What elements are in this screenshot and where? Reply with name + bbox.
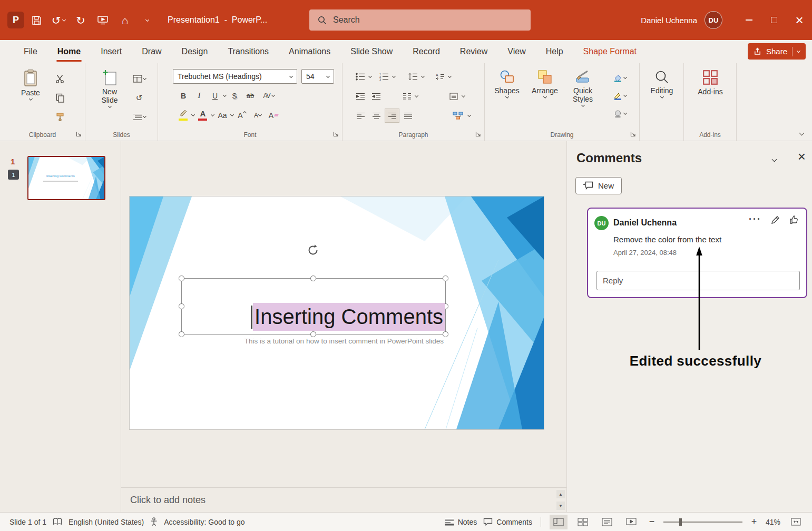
new-comment-button[interactable]: New <box>575 177 622 194</box>
like-comment-button[interactable] <box>789 215 799 224</box>
more-actions-button[interactable]: ··· <box>749 218 761 221</box>
resize-handle-top-right[interactable] <box>443 276 448 281</box>
cut-button[interactable] <box>53 72 67 86</box>
align-right-button[interactable] <box>385 109 399 123</box>
line-spacing-button[interactable] <box>406 70 420 84</box>
tab-view[interactable]: View <box>500 40 533 63</box>
zoom-slider-thumb[interactable] <box>679 518 682 526</box>
tab-transitions[interactable]: Transitions <box>220 40 277 63</box>
home-button[interactable]: ⌂ <box>115 9 135 31</box>
tab-shape-format[interactable]: Shape Format <box>575 40 644 63</box>
resize-handle-top-middle[interactable] <box>310 276 316 281</box>
layout-button[interactable] <box>132 72 146 86</box>
align-left-button[interactable] <box>353 109 368 123</box>
editing-button[interactable]: Editing <box>646 69 678 98</box>
underline-button[interactable]: U <box>208 88 222 103</box>
shape-fill-button[interactable] <box>608 71 631 85</box>
increase-font-size-button[interactable]: A <box>234 108 249 122</box>
font-size-select[interactable]: 54 <box>301 69 334 84</box>
character-spacing-button[interactable]: AV <box>259 88 279 103</box>
user-avatar[interactable]: DU <box>705 11 722 29</box>
clipboard-dialog-launcher[interactable] <box>75 130 83 138</box>
chevron-down-icon[interactable] <box>223 93 227 97</box>
align-center-button[interactable] <box>369 109 384 123</box>
columns-button[interactable] <box>399 89 414 103</box>
decrease-font-size-button[interactable]: A <box>250 108 265 122</box>
collapse-ribbon-button[interactable] <box>800 129 804 136</box>
save-button[interactable] <box>26 9 46 31</box>
slideshow-view-button[interactable] <box>622 515 640 529</box>
slide-thumbnail[interactable]: Inserting Comments <box>27 156 105 200</box>
zoom-in-button[interactable]: + <box>749 516 759 527</box>
resize-handle-bottom-middle[interactable] <box>310 331 316 337</box>
edit-comment-button[interactable] <box>771 215 780 224</box>
tab-design[interactable]: Design <box>174 40 216 63</box>
tab-insert[interactable]: Insert <box>93 40 130 63</box>
text-highlight-color-button[interactable] <box>176 108 191 122</box>
resize-handle-bottom-left[interactable] <box>179 331 184 337</box>
fit-slide-to-window-button[interactable] <box>787 515 805 529</box>
language-indicator[interactable]: English (United States) <box>69 518 144 526</box>
decrease-indent-button[interactable] <box>353 89 368 103</box>
customize-toolbar-button[interactable] <box>137 9 157 31</box>
drawing-dialog-launcher[interactable] <box>629 130 637 138</box>
resize-handle-middle-left[interactable] <box>179 303 184 309</box>
slide-indicator[interactable]: Slide 1 of 1 <box>9 518 46 526</box>
reading-view-button[interactable] <box>598 515 616 529</box>
copy-button[interactable] <box>53 91 67 105</box>
zoom-out-button[interactable]: − <box>647 516 657 527</box>
increase-indent-button[interactable] <box>369 89 384 103</box>
italic-button[interactable]: I <box>192 88 207 103</box>
normal-view-button[interactable] <box>550 515 568 529</box>
accessibility-icon[interactable] <box>150 517 158 526</box>
tab-home[interactable]: Home <box>50 40 89 63</box>
tab-slide-show[interactable]: Slide Show <box>343 40 400 63</box>
notes-toggle-button[interactable]: Notes <box>445 518 477 526</box>
slide-editor[interactable]: Inserting Comments This is a tutorial on… <box>130 196 544 429</box>
justify-button[interactable] <box>400 109 415 123</box>
addins-button[interactable]: Add-ins <box>694 69 726 96</box>
reset-button[interactable]: ↺ <box>132 91 146 105</box>
tab-file[interactable]: File <box>16 40 45 63</box>
format-painter-button[interactable] <box>53 110 67 124</box>
tab-record[interactable]: Record <box>405 40 448 63</box>
slide-title-text[interactable]: Inserting Comments <box>251 303 445 331</box>
tab-help[interactable]: Help <box>538 40 571 63</box>
scroll-down-button[interactable]: ▼ <box>556 502 565 510</box>
collapse-comments-button[interactable] <box>772 155 776 163</box>
tab-animations[interactable]: Animations <box>281 40 338 63</box>
shape-effects-button[interactable] <box>608 106 631 121</box>
resize-handle-bottom-right[interactable] <box>443 331 448 337</box>
accessibility-status[interactable]: Accessibility: Good to go <box>164 518 244 526</box>
close-button[interactable]: × <box>787 0 812 40</box>
new-slide-button[interactable]: New Slide <box>94 69 125 107</box>
paragraph-dialog-launcher[interactable] <box>474 130 482 138</box>
zoom-percentage[interactable]: 41% <box>766 518 780 526</box>
arrange-button[interactable]: Arrange <box>529 69 561 98</box>
convert-to-smartart-button[interactable] <box>449 109 467 123</box>
zoom-slider[interactable] <box>663 522 742 523</box>
slide-subtitle-text[interactable]: This is a tutorial on how to insert comm… <box>244 337 444 345</box>
comments-toggle-button[interactable]: Comments <box>483 518 532 526</box>
strikethrough-button[interactable]: ab <box>243 88 258 103</box>
section-button[interactable] <box>132 110 146 124</box>
minimize-button[interactable] <box>736 0 761 40</box>
search-input[interactable] <box>333 15 522 25</box>
shape-outline-button[interactable] <box>608 88 631 103</box>
search-box[interactable] <box>309 9 531 31</box>
change-case-button[interactable]: Aa <box>215 108 230 122</box>
font-color-button[interactable]: A <box>195 108 210 122</box>
bullets-button[interactable] <box>353 70 368 84</box>
tab-review[interactable]: Review <box>452 40 495 63</box>
resize-handle-top-left[interactable] <box>179 276 184 281</box>
slideshow-from-beginning-button[interactable] <box>93 9 113 31</box>
scroll-up-button[interactable]: ▲ <box>556 490 565 498</box>
shapes-button[interactable]: Shapes <box>491 69 523 98</box>
share-button[interactable]: Share <box>748 43 806 60</box>
proofing-icon[interactable] <box>53 518 62 526</box>
align-text-button[interactable] <box>446 89 461 103</box>
text-shadow-button[interactable]: S <box>227 88 242 103</box>
slide-sorter-view-button[interactable] <box>574 515 592 529</box>
tab-draw[interactable]: Draw <box>134 40 169 63</box>
numbering-button[interactable]: 123 <box>377 70 392 84</box>
